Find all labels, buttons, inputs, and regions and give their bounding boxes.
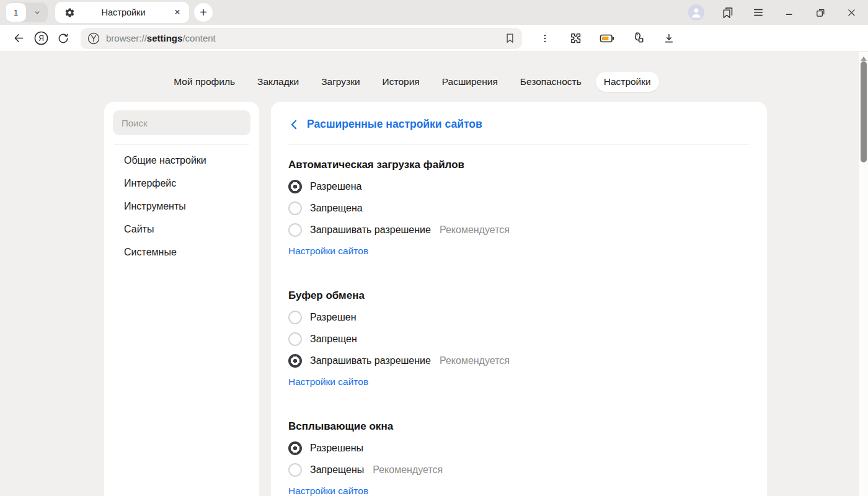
browser-tab-settings[interactable]: Настройки × (55, 2, 189, 23)
nav-tab-downloads[interactable]: Загрузки (313, 72, 368, 92)
more-options-icon[interactable] (537, 30, 553, 46)
tabs-sync-icon[interactable] (630, 30, 646, 46)
nav-tab-extensions[interactable]: Расширения (434, 72, 506, 92)
side-panel-bookmarks-icon[interactable] (719, 4, 735, 20)
downloads-icon[interactable] (661, 30, 677, 46)
close-tab-icon[interactable]: × (172, 6, 183, 19)
nav-tab-history[interactable]: История (374, 72, 428, 92)
radio-label: Разрешены (310, 443, 363, 454)
tab-count[interactable]: 1 (6, 3, 26, 22)
radio-label: Разрешена (310, 181, 361, 192)
url-text[interactable]: browser://settings/content (106, 33, 504, 43)
radio-option[interactable]: Разрешены (288, 437, 750, 459)
radio-label: Запрещены (310, 464, 364, 476)
yandex-logo-icon[interactable]: Я (30, 28, 52, 49)
page-title[interactable]: Расширенные настройки сайтов (307, 118, 482, 131)
site-badge-icon[interactable] (87, 32, 100, 45)
bookmark-page-icon[interactable] (504, 32, 516, 44)
radio-option[interactable]: Запрещен (288, 328, 750, 350)
radio-option[interactable]: Запрашивать разрешение Рекомендуется (288, 219, 750, 241)
scrollbar-thumb[interactable] (861, 61, 867, 162)
radio-option[interactable]: Запрещены Рекомендуется (288, 459, 750, 480)
tab-title: Настройки (75, 7, 172, 17)
nav-tab-bookmarks[interactable]: Закладки (249, 72, 307, 92)
section-clipboard: Буфер обмена Разрешен Запрещен Запрашива… (288, 290, 750, 388)
sidebar-item-system[interactable]: Системные (113, 241, 250, 264)
site-settings-link[interactable]: Настройки сайтов (288, 485, 368, 496)
menu-icon[interactable] (750, 4, 766, 20)
radio-label: Запрещена (310, 203, 363, 214)
header-divider (288, 144, 750, 144)
recommended-note: Рекомендуется (440, 224, 510, 236)
avatar[interactable] (688, 4, 704, 20)
radio-button[interactable] (288, 311, 302, 324)
radio-option[interactable]: Запрещена (288, 197, 750, 219)
radio-button[interactable] (288, 202, 302, 215)
radio-option[interactable]: Разрешена (288, 175, 750, 197)
section-title: Автоматическая загрузка файлов (288, 159, 750, 171)
settings-page: Мой профиль Закладки Загрузки История Ра… (0, 52, 868, 496)
new-tab-button[interactable]: + (194, 3, 213, 22)
radio-label: Запрашивать разрешение (310, 355, 431, 366)
search-input[interactable] (113, 110, 250, 135)
page-header[interactable]: Расширенные настройки сайтов (288, 118, 750, 131)
sidebar-item-sites[interactable]: Сайты (113, 218, 250, 241)
url-prefix: browser:// (106, 33, 147, 43)
radio-button[interactable] (288, 441, 302, 455)
reload-icon[interactable] (52, 28, 74, 49)
tab-strip: 1 Настройки × + (0, 0, 868, 25)
address-bar[interactable]: browser://settings/content (81, 28, 522, 49)
radio-button[interactable] (288, 463, 302, 477)
nav-tab-settings[interactable]: Настройки (596, 72, 659, 92)
radio-button[interactable] (288, 354, 302, 368)
section-title: Буфер обмена (288, 290, 750, 302)
back-icon[interactable] (7, 28, 30, 49)
site-settings-link[interactable]: Настройки сайтов (288, 246, 368, 257)
recommended-note: Рекомендуется (373, 464, 443, 476)
battery-icon[interactable] (599, 30, 615, 46)
radio-option[interactable]: Разрешен (288, 306, 750, 328)
browser-toolbar: Я browser://settings/content (0, 25, 868, 52)
nav-tab-profile[interactable]: Мой профиль (166, 72, 243, 92)
nav-tab-security[interactable]: Безопасность (512, 72, 590, 92)
section-auto-download: Автоматическая загрузка файлов Разрешена… (288, 159, 750, 257)
url-suffix: /content (182, 33, 215, 43)
section-popups: Всплывающие окна Разрешены Запрещены Рек… (288, 420, 750, 496)
radio-label: Разрешен (310, 312, 356, 323)
settings-main-panel: Расширенные настройки сайтов Автоматичес… (271, 102, 767, 496)
sidebar-item-tools[interactable]: Инструменты (113, 195, 250, 218)
svg-text:Я: Я (38, 34, 44, 43)
section-title: Всплывающие окна (288, 420, 750, 433)
sidebar-divider (114, 144, 249, 144)
url-highlight: settings (147, 33, 183, 43)
radio-option[interactable]: Запрашивать разрешение Рекомендуется (288, 350, 750, 371)
settings-sidebar: Общие настройки Интерфейс Инструменты Са… (104, 102, 259, 496)
radio-button[interactable] (288, 180, 302, 193)
close-window-icon[interactable] (843, 4, 859, 20)
page-scrollbar[interactable] (858, 52, 868, 496)
radio-label: Запрашивать разрешение (310, 224, 431, 236)
site-settings-link[interactable]: Настройки сайтов (288, 376, 368, 388)
radio-label: Запрещен (310, 334, 357, 345)
minimize-window-icon[interactable] (781, 4, 797, 20)
sidebar-item-general[interactable]: Общие настройки (113, 149, 250, 172)
radio-button[interactable] (288, 332, 302, 346)
settings-nav-tabs: Мой профиль Закладки Загрузки История Ра… (0, 72, 825, 92)
chevron-down-icon[interactable] (27, 8, 48, 17)
radio-button[interactable] (288, 223, 302, 237)
extensions-puzzle-icon[interactable] (568, 30, 584, 46)
scroll-up-arrow-icon[interactable] (861, 56, 867, 61)
recommended-note: Рекомендуется (440, 355, 510, 366)
sidebar-item-interface[interactable]: Интерфейс (113, 172, 250, 195)
restore-window-icon[interactable] (812, 4, 828, 20)
gear-icon (64, 7, 75, 18)
back-chevron-icon[interactable] (290, 119, 298, 130)
tab-counter[interactable]: 1 (5, 2, 48, 22)
